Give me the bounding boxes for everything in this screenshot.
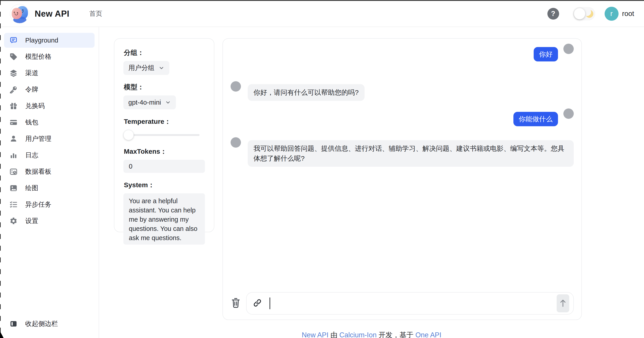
sidebar-item-label: 数据看板 bbox=[25, 167, 51, 176]
sidebar-item-label: 异步任务 bbox=[25, 200, 51, 209]
footer-oneapi-link[interactable]: One API bbox=[416, 331, 441, 338]
user-avatar bbox=[564, 108, 574, 119]
group-select[interactable]: 用户分组 bbox=[124, 61, 169, 75]
temperature-slider[interactable] bbox=[124, 130, 200, 140]
message-bubble: 我可以帮助回答问题、提供信息、进行对话、辅助学习、解决问题、建议书籍或电影、编写… bbox=[248, 140, 574, 167]
sidebar-item-label: 设置 bbox=[25, 217, 38, 226]
chat-panel: 你好 你好，请问有什么可以帮助您的吗? 你能做什么 我可以帮助回答问题、提供信息… bbox=[222, 38, 582, 320]
chat-message-user: 你好 bbox=[223, 44, 582, 61]
sidebar: Playground 模型价格 渠道 令牌 bbox=[0, 27, 99, 338]
sidebar-item-logs[interactable]: 日志 bbox=[4, 148, 94, 163]
sidebar-item-label: 钱包 bbox=[25, 118, 38, 127]
sidebar-item-channels[interactable]: 渠道 bbox=[4, 66, 94, 80]
sidebar-item-model-pricing[interactable]: 模型价格 bbox=[4, 49, 94, 64]
system-label: System： bbox=[124, 180, 205, 190]
sidebar-item-users[interactable]: 用户管理 bbox=[4, 131, 94, 146]
sidebar-item-tokens[interactable]: 令牌 bbox=[4, 82, 94, 97]
group-select-value: 用户分组 bbox=[128, 63, 154, 72]
sidebar-item-label: 用户管理 bbox=[25, 134, 51, 143]
footer-text: 开发，基于 bbox=[376, 331, 415, 338]
window-left-edge bbox=[0, 0, 1, 338]
playground-config-panel: 分组： 用户分组 模型： gpt-4o-mini Temperature： Ma… bbox=[114, 38, 214, 232]
collapse-sidebar-icon bbox=[10, 320, 18, 328]
footer-text: 由 bbox=[328, 331, 339, 338]
clear-chat-button[interactable] bbox=[230, 297, 241, 310]
max-tokens-label: MaxTokens： bbox=[124, 147, 205, 156]
assistant-avatar bbox=[230, 81, 241, 92]
sidebar-item-label: 模型价格 bbox=[25, 52, 51, 61]
window-top-edge bbox=[0, 0, 644, 1]
max-tokens-input[interactable] bbox=[124, 160, 205, 173]
attach-link-button[interactable] bbox=[253, 299, 262, 308]
text-cursor bbox=[270, 298, 270, 309]
sidebar-item-async-tasks[interactable]: 异步任务 bbox=[4, 197, 94, 212]
sidebar-item-dashboard[interactable]: 数据看板 bbox=[4, 164, 94, 179]
model-select-value: gpt-4o-mini bbox=[128, 99, 161, 106]
sidebar-item-drawing[interactable]: 绘图 bbox=[4, 181, 94, 196]
group-label: 分组： bbox=[124, 48, 205, 57]
slider-handle[interactable] bbox=[124, 130, 134, 140]
user-menu[interactable]: r root bbox=[604, 7, 634, 21]
header: New API 首页 ? r root bbox=[0, 1, 644, 27]
chat-message-assistant: 你好，请问有什么可以帮助您的吗? bbox=[223, 81, 582, 101]
sidebar-collapse-button[interactable]: 收起侧边栏 bbox=[4, 317, 94, 331]
main-content: 分组： 用户分组 模型： gpt-4o-mini Temperature： Ma… bbox=[99, 27, 644, 338]
wallet-icon bbox=[10, 118, 18, 126]
sidebar-item-label: Playground bbox=[25, 37, 58, 44]
brand-title: New API bbox=[35, 9, 69, 19]
theme-toggle[interactable] bbox=[573, 7, 595, 20]
sidebar-item-label: 日志 bbox=[25, 151, 38, 160]
footer: New API 由 Calcium-Ion 开发，基于 One API bbox=[99, 330, 644, 338]
message-bubble: 你能做什么 bbox=[514, 112, 558, 126]
dashboard-icon bbox=[10, 168, 18, 176]
assistant-avatar bbox=[230, 137, 241, 148]
trash-icon bbox=[231, 297, 241, 310]
sidebar-collapse-label: 收起侧边栏 bbox=[25, 319, 58, 328]
arrow-up-icon bbox=[559, 299, 566, 308]
message-input-container bbox=[246, 292, 574, 315]
image-icon bbox=[10, 184, 18, 192]
link-icon bbox=[253, 299, 262, 308]
model-select[interactable]: gpt-4o-mini bbox=[124, 95, 176, 109]
gift-icon bbox=[10, 102, 18, 110]
chat-message-assistant: 我可以帮助回答问题、提供信息、进行对话、辅助学习、解决问题、建议书籍或电影、编写… bbox=[223, 137, 582, 167]
user-name: root bbox=[622, 10, 634, 18]
slider-track bbox=[124, 134, 200, 136]
chat-message-input[interactable] bbox=[272, 297, 557, 310]
sidebar-item-label: 绘图 bbox=[25, 184, 38, 193]
user-avatar bbox=[564, 44, 574, 54]
chat-icon bbox=[10, 36, 18, 44]
question-icon: ? bbox=[551, 10, 555, 18]
composer bbox=[223, 292, 582, 315]
sidebar-item-settings[interactable]: 设置 bbox=[4, 214, 94, 228]
message-bubble: 你好，请问有什么可以帮助您的吗? bbox=[248, 84, 364, 101]
nav-home-link[interactable]: 首页 bbox=[89, 9, 102, 18]
footer-author-link[interactable]: Calcium-Ion bbox=[339, 331, 376, 338]
help-button[interactable]: ? bbox=[548, 8, 559, 19]
sidebar-item-label: 令牌 bbox=[25, 85, 38, 94]
user-icon bbox=[10, 135, 18, 143]
bar-chart-icon bbox=[10, 151, 18, 159]
sidebar-item-redemption[interactable]: 兑换码 bbox=[4, 99, 94, 113]
temperature-label: Temperature： bbox=[124, 117, 205, 126]
chevron-down-icon bbox=[165, 99, 171, 105]
sidebar-item-wallet[interactable]: 钱包 bbox=[4, 115, 94, 130]
model-label: 模型： bbox=[124, 83, 205, 92]
layers-icon bbox=[10, 69, 18, 77]
app-logo-icon bbox=[10, 4, 29, 23]
send-button[interactable] bbox=[557, 294, 569, 312]
sidebar-item-label: 兑换码 bbox=[25, 101, 45, 110]
brand-link[interactable]: New API bbox=[10, 4, 69, 23]
footer-newapi-link[interactable]: New API bbox=[302, 331, 328, 338]
chevron-down-icon bbox=[158, 65, 164, 71]
tag-icon bbox=[10, 53, 18, 61]
avatar: r bbox=[604, 7, 618, 21]
sidebar-item-label: 渠道 bbox=[25, 69, 38, 78]
system-prompt-textarea[interactable]: You are a helpful assistant. You can hel… bbox=[124, 193, 205, 245]
key-icon bbox=[10, 85, 18, 94]
toggle-knob bbox=[574, 8, 585, 19]
sidebar-item-playground[interactable]: Playground bbox=[4, 33, 94, 48]
gear-icon bbox=[10, 217, 18, 225]
message-bubble: 你好 bbox=[534, 47, 558, 61]
moon-icon bbox=[586, 10, 593, 18]
